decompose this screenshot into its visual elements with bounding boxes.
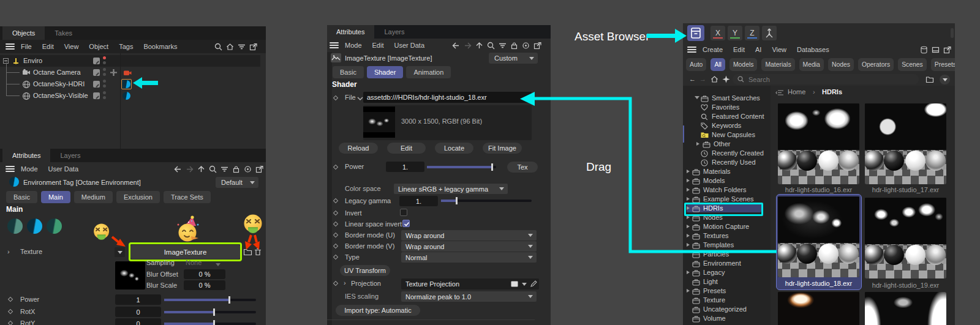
filter-tab-scenes[interactable]: Scenes [898,58,927,71]
asset-tree-item-keywords[interactable]: Keywords [683,121,771,130]
uv-transform-button[interactable]: UV Transform [340,265,390,276]
lock-icon[interactable] [232,165,240,173]
asset-tree-item-favorites[interactable]: Favorites [683,103,771,112]
preset-dropdown[interactable]: Default [216,177,258,188]
menu-view[interactable]: View [64,43,79,50]
edit-toggle-icon[interactable] [93,92,100,99]
asset-tree-item-watch-folders[interactable]: Watch Folders [683,185,771,195]
up-icon[interactable] [197,165,205,173]
menu-mode[interactable]: Mode [21,165,38,173]
object-tree-row-octanesky-visible[interactable]: OctaneSky-Visible [0,90,260,102]
menu-tags[interactable]: Tags [119,43,133,50]
tab-layers[interactable]: Layers [50,149,90,162]
asset-tree-item-models[interactable]: Models [683,176,771,185]
filter-tab-media[interactable]: Media [799,58,824,71]
db-icon[interactable] [920,46,928,54]
asset-tile-16[interactable] [778,103,859,184]
sampling-value[interactable]: None [186,259,202,266]
search-icon[interactable] [209,165,217,173]
texture-dropdown-button[interactable] [115,247,125,257]
menu-user-data[interactable]: User Data [394,42,425,49]
import-type-button[interactable]: Import type: Automatic [336,305,420,316]
filter-tab-all[interactable]: All [710,58,725,71]
imagetexture-button[interactable]: ImageTexture [130,245,240,259]
power-slider[interactable] [164,299,256,301]
octane-environment-tag-icon[interactable] [123,92,130,100]
home-icon[interactable] [710,75,718,83]
object-tree-row-octanesky-hdri[interactable]: OctaneSky-HDRI [0,78,260,90]
tab-layers[interactable]: Layers [374,25,414,39]
menu-icon[interactable] [6,165,15,173]
star-icon[interactable] [722,75,730,83]
invert-checkbox[interactable] [400,209,407,216]
folder-icon[interactable] [243,247,252,256]
asset-tile-17[interactable] [865,103,946,184]
preset-dropdown[interactable]: Custom [489,53,538,64]
menu-ai[interactable]: AI [755,46,761,53]
tab-main[interactable]: Main [41,191,70,203]
color-space-dropdown[interactable]: Linear sRGB + legacy gamma [394,184,508,194]
menu-edit[interactable]: Edit [372,42,384,49]
reload-button[interactable]: Reload [339,143,378,154]
locate-button[interactable]: Locate [435,143,473,154]
rotx-field[interactable]: 0 [115,307,161,317]
tab-basic[interactable]: Basic [333,66,364,78]
border-mode-u-dropdown[interactable]: Wrap around [401,230,537,241]
edit-toggle-icon[interactable] [93,69,100,76]
lock-icon[interactable] [510,42,518,50]
asset-tree-item-texture[interactable]: Texture [683,296,771,305]
texture-ball-green-icon[interactable] [47,219,62,234]
texture-ball-teal-icon[interactable] [7,219,23,234]
search-icon[interactable] [487,42,495,50]
tab-shader[interactable]: Shader [367,66,403,78]
nav-forward-icon[interactable]: → [699,75,706,83]
panel-handle[interactable] [951,28,954,38]
target-icon[interactable] [522,42,530,50]
asset-tile-lamp[interactable] [778,292,859,325]
rotx-slider[interactable] [164,311,256,313]
asset-tile-columns[interactable] [865,292,946,325]
render-camera-icon[interactable] [123,69,131,77]
home-icon[interactable] [226,43,234,51]
menu-icon[interactable] [330,41,339,50]
edit-toggle-icon[interactable] [93,81,100,88]
blur-scale-field[interactable]: 0 % [184,280,225,290]
axis-z-button[interactable]: Z [745,26,760,40]
asset-tree-item-recently-used[interactable]: Recently Used [683,158,771,167]
back-icon[interactable] [452,42,460,50]
popout-icon[interactable] [255,165,263,173]
roty-slider[interactable] [164,323,256,325]
projection-field[interactable]: Texture Projection [401,278,539,290]
asset-tile-19[interactable] [865,198,946,278]
asset-tile-18[interactable] [778,196,859,277]
asset-browser-icon[interactable] [687,25,704,41]
breadcrumb-hdris[interactable]: HDRIs [822,88,842,95]
crosshair-icon[interactable] [110,69,118,77]
tab-attributes[interactable]: Attributes [326,25,374,39]
asset-tree-item-volume[interactable]: Volume [683,314,771,323]
power-field[interactable]: 1 [115,294,161,305]
asset-tree-item-legacy[interactable]: Legacy [683,268,771,277]
object-tree-row-octane-camera[interactable]: Octane Camera [0,67,260,78]
menu-object[interactable]: Object [89,43,108,50]
asset-tree-item-motion-capture[interactable]: Motion Capture [683,222,771,231]
filter-tab-presets[interactable]: Presets [931,58,955,71]
filter-icon[interactable] [499,42,507,50]
tab-basic[interactable]: Basic [6,191,37,203]
legacy-gamma-slider[interactable] [441,200,532,202]
popout-icon[interactable] [249,43,257,51]
axis-y-button[interactable]: Y [728,26,742,40]
tab-objects[interactable]: Objects [2,26,45,40]
octane-environment-tag-icon[interactable] [123,80,130,88]
tab-animation[interactable]: Animation [406,66,451,78]
file-path-field[interactable]: assetdb:///HDRIs/hdr-light-studio_18.exr [363,92,532,103]
projection-expander[interactable]: › [344,279,346,286]
asset-tree-item-presets[interactable]: Presets [683,286,771,296]
popout-icon[interactable] [533,42,541,50]
asset-tree-item-new-capsules[interactable]: New Capsules [683,130,771,140]
legacy-gamma-field[interactable]: 1. [399,196,438,206]
asset-tree-item-environment[interactable]: Environment [683,259,771,268]
clear-icon[interactable] [254,247,262,256]
asset-tree-item-smart-searches[interactable]: Smart Searches [683,94,771,103]
menu-icon[interactable] [687,45,696,54]
